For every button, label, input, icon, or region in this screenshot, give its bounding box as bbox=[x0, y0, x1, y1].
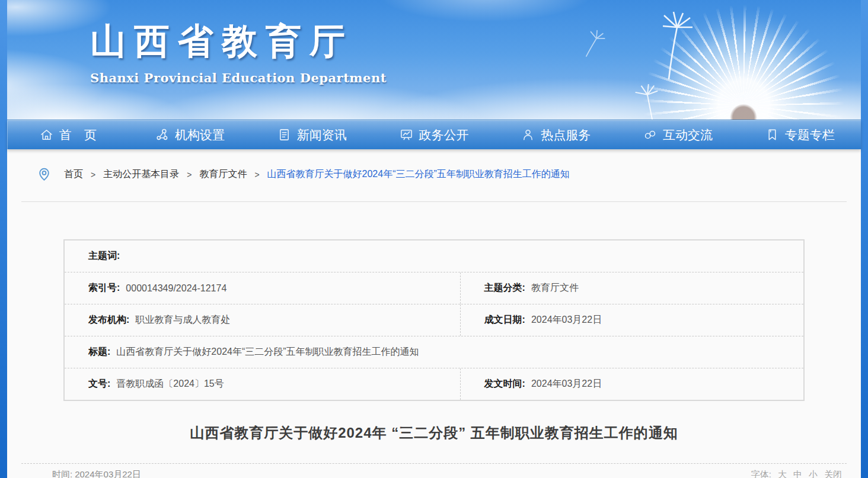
breadcrumb: 首页 > 主动公开基本目录 > 教育厅文件 > 山西省教育厅关于做好2024年“… bbox=[7, 149, 861, 182]
meta-cell-issuer: 发布机构: 职业教育与成人教育处 bbox=[65, 304, 460, 336]
dandelion-seed-icon bbox=[659, 11, 695, 82]
time-label: 时间: bbox=[52, 469, 72, 478]
breadcrumb-separator: > bbox=[91, 170, 95, 179]
nav-item-label: 热点服务 bbox=[541, 127, 591, 143]
doc-number-value: 晋教职成函〔2024〕15号 bbox=[116, 378, 224, 390]
article-time: 时间: 2024年03月22日 bbox=[52, 469, 141, 478]
nav-item-special-topics[interactable]: 专题专栏 bbox=[739, 120, 861, 149]
title-value: 山西省教育厅关于做好2024年“三二分段”五年制职业教育招生工作的通知 bbox=[116, 346, 419, 358]
meta-row-issuer-date: 发布机构: 职业教育与成人教育处 成文日期: 2024年03月22日 bbox=[65, 304, 803, 336]
written-date-value: 2024年03月22日 bbox=[531, 314, 602, 326]
org-icon bbox=[155, 128, 169, 142]
nav-item-label: 政务公开 bbox=[419, 127, 469, 143]
breadcrumb-dept-documents[interactable]: 教育厅文件 bbox=[199, 168, 247, 181]
font-size-large-button[interactable]: 大 bbox=[778, 469, 787, 478]
meta-cell-title: 标题: 山西省教育厅关于做好2024年“三二分段”五年制职业教育招生工作的通知 bbox=[65, 336, 803, 368]
meta-cell-written-date: 成文日期: 2024年03月22日 bbox=[460, 304, 803, 336]
person-icon bbox=[521, 128, 535, 142]
doc-number-label: 文号: bbox=[88, 378, 110, 390]
board-icon bbox=[400, 128, 413, 142]
close-button[interactable]: 关闭 bbox=[824, 469, 842, 478]
category-value: 教育厅文件 bbox=[531, 282, 579, 294]
written-date-label: 成文日期: bbox=[484, 314, 525, 326]
nav-item-gov-affairs[interactable]: 政务公开 bbox=[373, 120, 495, 149]
meta-cell-subject: 主题词: bbox=[65, 240, 803, 272]
home-icon bbox=[40, 128, 53, 142]
meta-cell-doc-number: 文号: 晋教职成函〔2024〕15号 bbox=[65, 368, 460, 400]
dandelion-seed-icon bbox=[580, 27, 609, 63]
nav-item-label: 机构设置 bbox=[175, 127, 225, 143]
news-icon bbox=[277, 128, 291, 142]
nav-item-label: 首 页 bbox=[59, 127, 97, 143]
meta-cell-index-number: 索引号: 000014349/2024-12174 bbox=[65, 272, 460, 304]
breadcrumb-divider bbox=[21, 201, 847, 202]
document-meta-table: 主题词: 索引号: 000014349/2024-12174 主题分类: 教育厅… bbox=[63, 239, 805, 401]
meta-row-subject: 主题词: bbox=[65, 240, 803, 272]
font-size-medium-button[interactable]: 中 bbox=[793, 469, 802, 478]
article-title: 山西省教育厅关于做好2024年 “三二分段” 五年制职业教育招生工作的通知 bbox=[43, 424, 825, 442]
meta-row-docnumber-publishdate: 文号: 晋教职成函〔2024〕15号 发文时间: 2024年03月22日 bbox=[65, 368, 803, 400]
link-icon bbox=[643, 128, 657, 142]
breadcrumb-home[interactable]: 首页 bbox=[64, 168, 83, 181]
site-subtitle: Shanxi Provincial Education Department bbox=[90, 70, 387, 85]
nav-item-organization[interactable]: 机构设置 bbox=[129, 120, 251, 149]
issuer-label: 发布机构: bbox=[88, 314, 129, 326]
breadcrumb-separator: > bbox=[254, 170, 259, 179]
nav-item-news[interactable]: 新闻资讯 bbox=[251, 120, 373, 149]
meta-row-index-category: 索引号: 000014349/2024-12174 主题分类: 教育厅文件 bbox=[65, 272, 803, 304]
nav-item-label: 专题专栏 bbox=[785, 127, 835, 143]
site-title: 山西省教育厅 bbox=[90, 18, 387, 66]
font-size-controls: 字体: 大 中 小 关闭 bbox=[751, 469, 842, 478]
title-label: 标题: bbox=[88, 346, 110, 358]
category-label: 主题分类: bbox=[484, 282, 525, 294]
font-size-label: 字体: bbox=[751, 469, 771, 478]
subject-label: 主题词: bbox=[88, 250, 120, 262]
nav-item-label: 新闻资讯 bbox=[297, 127, 347, 143]
bookmark-icon bbox=[765, 128, 779, 142]
breadcrumb-catalog[interactable]: 主动公开基本目录 bbox=[103, 168, 179, 181]
nav-item-home[interactable]: 首 页 bbox=[7, 120, 129, 149]
page: 山西省教育厅 Shanxi Provincial Education Depar… bbox=[7, 0, 861, 478]
nav-item-hot-services[interactable]: 热点服务 bbox=[495, 120, 617, 149]
main-nav: 首 页 机构设置 新闻资讯 政务公开 热点服务 bbox=[7, 120, 861, 149]
breadcrumb-current-page: 山西省教育厅关于做好2024年“三二分段”五年制职业教育招生工作的通知 bbox=[267, 168, 570, 181]
article-info-bar: 时间: 2024年03月22日 字体: 大 中 小 关闭 bbox=[21, 463, 847, 478]
meta-row-title: 标题: 山西省教育厅关于做好2024年“三二分段”五年制职业教育招生工作的通知 bbox=[65, 336, 803, 368]
nav-item-label: 互动交流 bbox=[663, 127, 713, 143]
publish-date-value: 2024年03月22日 bbox=[531, 378, 602, 390]
meta-cell-publish-date: 发文时间: 2024年03月22日 bbox=[460, 368, 803, 400]
breadcrumb-separator: > bbox=[187, 170, 192, 179]
index-number-value: 000014349/2024-12174 bbox=[126, 283, 226, 294]
font-size-small-button[interactable]: 小 bbox=[809, 469, 818, 478]
index-number-label: 索引号: bbox=[88, 282, 120, 294]
header-banner: 山西省教育厅 Shanxi Provincial Education Depar… bbox=[7, 0, 861, 120]
content-area: 首页 > 主动公开基本目录 > 教育厅文件 > 山西省教育厅关于做好2024年“… bbox=[7, 149, 861, 478]
site-logo[interactable]: 山西省教育厅 Shanxi Provincial Education Depar… bbox=[90, 18, 387, 85]
meta-cell-category: 主题分类: 教育厅文件 bbox=[460, 272, 803, 304]
location-pin-icon bbox=[37, 167, 52, 182]
time-value: 2024年03月22日 bbox=[75, 469, 141, 478]
publish-date-label: 发文时间: bbox=[484, 378, 525, 390]
nav-item-interaction[interactable]: 互动交流 bbox=[617, 120, 739, 149]
issuer-value: 职业教育与成人教育处 bbox=[135, 314, 230, 326]
